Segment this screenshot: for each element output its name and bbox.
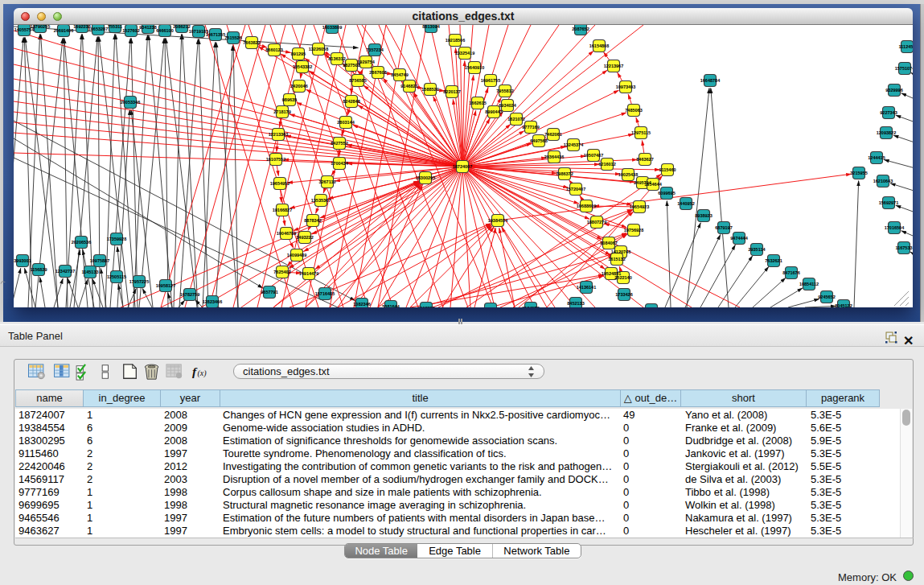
svg-text:16961755: 16961755 [481, 78, 500, 83]
svg-text:10688609: 10688609 [577, 204, 596, 208]
svg-text:9245652: 9245652 [818, 295, 835, 299]
svg-text:1662615: 1662615 [469, 101, 486, 105]
svg-text:8045122: 8045122 [835, 303, 852, 307]
svg-text:9657791: 9657791 [261, 290, 277, 295]
svg-text:9474444: 9474444 [730, 236, 748, 241]
svg-text:9084067: 9084067 [600, 241, 617, 245]
svg-text:14671355: 14671355 [206, 32, 225, 37]
svg-text:3267110: 3267110 [318, 179, 335, 184]
svg-text:16154808: 16154808 [589, 43, 609, 48]
svg-text:15692971: 15692971 [879, 200, 898, 205]
svg-text:6934024: 6934024 [499, 103, 516, 108]
svg-text:8454749: 8454749 [391, 72, 408, 77]
svg-text:8938923: 8938923 [695, 213, 712, 218]
svg-text:6466100: 6466100 [156, 28, 173, 33]
svg-text:18790255: 18790255 [31, 25, 50, 29]
svg-text:12505115: 12505115 [107, 274, 126, 279]
svg-text:9612335: 9612335 [417, 306, 434, 307]
svg-text:20364436: 20364436 [544, 154, 564, 159]
svg-text:16648784: 16648784 [700, 78, 721, 83]
svg-text:7632621: 7632621 [765, 258, 782, 263]
svg-text:(x): (x) [197, 369, 207, 378]
svg-text:9777169: 9777169 [522, 125, 539, 130]
svg-text:12342737: 12342737 [55, 269, 75, 274]
svg-text:10975887: 10975887 [90, 258, 109, 263]
svg-text:7485063: 7485063 [625, 108, 642, 113]
svg-text:12213967: 12213967 [604, 64, 623, 68]
svg-text:8660123: 8660123 [265, 47, 282, 52]
svg-text:7357234: 7357234 [366, 47, 384, 52]
svg-text:10543382: 10543382 [293, 64, 312, 69]
svg-text:12823466: 12823466 [203, 299, 222, 304]
svg-text:9341238: 9341238 [139, 25, 156, 30]
svg-text:8813094: 8813094 [422, 25, 440, 29]
svg-text:1615132: 1615132 [608, 257, 625, 262]
svg-text:10653287: 10653287 [88, 27, 108, 31]
svg-text:1112453: 1112453 [899, 44, 913, 49]
svg-text:2054612: 2054612 [482, 307, 499, 307]
svg-text:1527602: 1527602 [122, 28, 139, 33]
svg-text:1440952: 1440952 [677, 201, 694, 206]
svg-text:7625402: 7625402 [273, 270, 290, 274]
svg-text:7663822: 7663822 [243, 40, 260, 45]
svg-text:2718179: 2718179 [273, 109, 290, 114]
svg-text:8242848: 8242848 [343, 99, 359, 104]
svg-text:10854112: 10854112 [799, 282, 819, 286]
svg-text:16033809: 16033809 [322, 25, 342, 30]
svg-text:8756585: 8756585 [349, 78, 366, 83]
svg-text:1156829: 1156829 [30, 267, 47, 272]
svg-text:20691406: 20691406 [54, 28, 73, 33]
svg-text:16782759: 16782759 [180, 292, 199, 297]
svg-text:3215955: 3215955 [850, 171, 867, 175]
svg-text:3993001: 3993001 [14, 258, 31, 263]
svg-text:5381644: 5381644 [382, 304, 400, 307]
svg-text:8990443: 8990443 [485, 109, 502, 114]
svg-text:17359928: 17359928 [107, 237, 126, 241]
svg-text:20053346: 20053346 [121, 100, 140, 105]
svg-text:8878342: 8878342 [304, 218, 321, 223]
svg-text:10046789: 10046789 [277, 231, 296, 236]
svg-text:8471676: 8471676 [782, 270, 799, 275]
svg-text:3493222: 3493222 [296, 235, 313, 240]
svg-text:20206536: 20206536 [72, 240, 91, 245]
svg-text:12213363: 12213363 [269, 132, 288, 137]
svg-text:18300295: 18300295 [416, 175, 435, 180]
svg-text:15751074: 15751074 [895, 66, 913, 71]
svg-text:7515526: 7515526 [224, 35, 241, 40]
svg-text:2803144: 2803144 [337, 120, 355, 125]
svg-text:2420046: 2420046 [290, 84, 307, 89]
svg-text:19218506: 19218506 [446, 38, 465, 43]
svg-text:9146821: 9146821 [400, 84, 417, 89]
svg-text:1145133: 1145133 [81, 270, 98, 274]
svg-text:9227343: 9227343 [880, 110, 897, 115]
svg-text:16210643: 16210643 [873, 179, 893, 183]
svg-text:2086212: 2086212 [173, 25, 190, 29]
svg-text:18724007: 18724007 [453, 164, 472, 169]
svg-text:7986372: 7986372 [556, 171, 573, 176]
svg-text:891295: 891295 [291, 51, 306, 56]
svg-text:9329996: 9329996 [885, 88, 902, 93]
svg-text:1621072: 1621072 [507, 117, 524, 122]
svg-text:6216012: 6216012 [598, 162, 615, 167]
svg-text:6099695: 6099695 [658, 191, 675, 196]
svg-text:1082346: 1082346 [353, 302, 370, 307]
svg-text:1167533: 1167533 [895, 245, 912, 250]
svg-text:1588520: 1588520 [421, 87, 438, 92]
svg-text:6879197: 6879197 [715, 225, 732, 230]
svg-text:10025438: 10025438 [618, 172, 638, 177]
svg-text:13226058: 13226058 [309, 47, 328, 51]
svg-text:7955812: 7955812 [496, 89, 513, 93]
svg-text:15720407: 15720407 [566, 187, 585, 192]
svg-text:18807279: 18807279 [587, 220, 606, 225]
svg-text:19166827: 19166827 [273, 208, 292, 212]
svg-text:9115460: 9115460 [659, 167, 676, 172]
svg-text:755311: 755311 [108, 25, 122, 29]
svg-text:3124578: 3124578 [522, 306, 539, 307]
svg-text:1954644: 1954644 [644, 182, 662, 187]
svg-text:8452133: 8452133 [567, 301, 584, 306]
svg-text:14914479: 14914479 [299, 271, 318, 276]
svg-text:10973493: 10973493 [616, 84, 635, 89]
svg-text:10507487: 10507487 [584, 153, 603, 158]
svg-text:19654952: 19654952 [270, 181, 290, 186]
svg-text:1700434: 1700434 [331, 161, 348, 166]
